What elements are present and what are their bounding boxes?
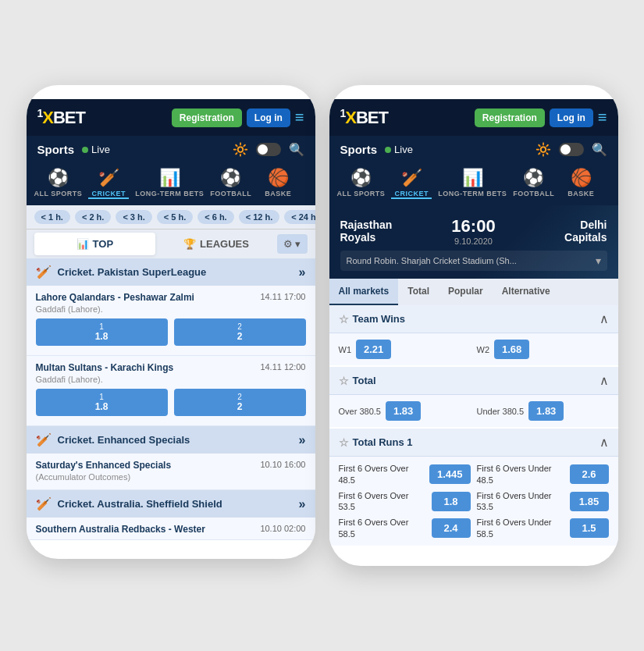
market-tab-popular[interactable]: Popular [439, 279, 493, 305]
right-sports-label[interactable]: Sports [340, 143, 378, 156]
w2-value[interactable]: 1.68 [494, 340, 529, 359]
sport-football[interactable]: ⚽ FOOTBALL [210, 168, 251, 199]
phones-container: 1XBET Registration Log in ≡ Sports Live … [27, 85, 618, 566]
hero-teams: Rajasthan Royals 16:00 9.10.2020 Delhi C… [340, 216, 607, 246]
left-nav-bar: Sports Live 🔆 🔍 [27, 136, 315, 163]
right-sport-football[interactable]: ⚽ FOOTBALL [513, 168, 554, 199]
match2-odd1[interactable]: 1 1.8 [36, 389, 168, 416]
sport-cricket[interactable]: 🏏 CRICKET [88, 168, 129, 199]
right-nav-icons: 🔆 🔍 [535, 142, 607, 157]
league2-arrow[interactable]: » [299, 433, 306, 447]
sport-longterm[interactable]: 📊 LONG-TERM BETS [135, 168, 204, 199]
over48-value[interactable]: 1.445 [429, 464, 471, 484]
match4-top: Southern Australia Redbacks - Wester 10.… [36, 524, 306, 535]
total-runs-under53: First 6 Overs Under 53.5 1.85 [477, 490, 609, 513]
sport-all-sports[interactable]: ⚽ ALL SPORTS [34, 168, 83, 199]
league-header-3: 🏏 Cricket. Australia. Sheffield Shield » [27, 490, 315, 518]
market-tab-alternative[interactable]: Alternative [493, 279, 560, 305]
right-sport-cricket[interactable]: 🏏 CRICKET [391, 168, 432, 199]
left-live-indicator: Live [82, 144, 110, 155]
match1-odd1[interactable]: 1 1.8 [36, 318, 168, 346]
team-wins-collapse[interactable]: ∧ [600, 311, 609, 326]
league3-name: Cricket. Australia. Sheffield Shield [58, 498, 293, 510]
total-runs-odds: First 6 Overs Over 48.5 1.445 First 6 Ov… [329, 457, 618, 546]
left-login-button[interactable]: Log in [247, 108, 290, 127]
right-filter-icon[interactable]: 🔆 [535, 142, 551, 157]
left-logo: 1XBET [37, 107, 85, 128]
right-sport-all[interactable]: ⚽ ALL SPORTS [337, 168, 386, 199]
total-odds: Over 380.5 1.83 Under 380.5 1.83 [329, 395, 618, 427]
time-2h[interactable]: < 2 h. [75, 210, 111, 224]
right-login-button[interactable]: Log in [550, 108, 593, 127]
under58-value[interactable]: 1.5 [570, 518, 609, 538]
league-header-2: 🏏 Cricket. Enhanced Specials » [27, 426, 315, 454]
left-toggle[interactable] [256, 143, 281, 156]
over-label: Over 380.5 [339, 407, 381, 416]
total-star[interactable]: ☆ [339, 375, 349, 387]
time-6h[interactable]: < 6 h. [197, 210, 233, 224]
league2-icon: 🏏 [36, 432, 52, 447]
match1-top: Lahore Qalandars - Peshawar Zalmi 14.11 … [36, 292, 306, 303]
total-label: Total [353, 375, 376, 386]
w1-label: W1 [339, 345, 352, 354]
time-12h[interactable]: < 12 h. [239, 210, 280, 224]
match1-time: 14.11 17:00 [260, 292, 305, 301]
total-runs-over48: First 6 Overs Over 48.5 1.445 [339, 463, 471, 486]
left-sports-row: ⚽ ALL SPORTS 🏏 CRICKET 📊 LONG-TERM BETS … [27, 163, 315, 205]
right-toggle[interactable] [559, 143, 584, 156]
under53-value[interactable]: 1.85 [570, 492, 609, 511]
over58-value[interactable]: 2.4 [432, 518, 471, 538]
settings-button[interactable]: ⚙ ▾ [277, 234, 308, 254]
match-hero: Rajasthan Royals 16:00 9.10.2020 Delhi C… [329, 205, 618, 279]
right-live-dot-icon [385, 147, 391, 153]
left-sports-label[interactable]: Sports [37, 143, 75, 156]
tab-leagues[interactable]: 🏆 LEAGUES [155, 233, 277, 255]
total-runs-over53: First 6 Overs Over 53.5 1.8 [339, 490, 471, 513]
league3-arrow[interactable]: » [299, 497, 306, 511]
total-title: ☆ Total [339, 375, 376, 387]
right-search-icon[interactable]: 🔍 [592, 142, 607, 157]
over53-value[interactable]: 1.8 [432, 492, 471, 511]
right-hamburger-icon[interactable]: ≡ [598, 108, 607, 126]
match1-odd2[interactable]: 2 2 [174, 318, 306, 346]
hero-venue-arrow[interactable]: ▾ [596, 254, 601, 267]
under-value[interactable]: 1.83 [528, 401, 564, 421]
team-wins-star[interactable]: ☆ [339, 313, 349, 326]
total-collapse[interactable]: ∧ [600, 373, 609, 388]
filter-icon[interactable]: 🔆 [233, 142, 248, 157]
left-tabs-row: 📊 TOP 🏆 LEAGUES ⚙ ▾ [27, 229, 315, 258]
search-icon[interactable]: 🔍 [289, 142, 304, 157]
right-register-button[interactable]: Registration [475, 108, 545, 127]
match2-odd2[interactable]: 2 2 [174, 389, 306, 416]
under48-value[interactable]: 2.6 [570, 464, 609, 484]
time-24h[interactable]: < 24 h. [284, 210, 315, 224]
match2-odds: 1 1.8 2 2 [36, 389, 306, 416]
total-runs-star[interactable]: ☆ [339, 436, 349, 449]
market-tab-total[interactable]: Total [398, 279, 439, 305]
right-logo: 1XBET [340, 107, 388, 128]
tab-top[interactable]: 📊 TOP [34, 233, 156, 255]
hero-venue: Round Robin. Sharjah Cricket Stadium (Sh… [340, 251, 607, 271]
right-all-label: ALL SPORTS [337, 190, 386, 197]
total-runs-under48: First 6 Overs Under 48.5 2.6 [477, 463, 609, 486]
left-hamburger-icon[interactable]: ≡ [295, 108, 304, 126]
time-1h[interactable]: < 1 h. [34, 210, 70, 224]
tab-top-label: TOP [93, 238, 114, 250]
match1-odd1-label: 1 [39, 322, 165, 331]
over-value[interactable]: 1.83 [386, 401, 421, 421]
total-runs-collapse[interactable]: ∧ [600, 435, 609, 450]
left-register-button[interactable]: Registration [172, 108, 242, 127]
time-5h[interactable]: < 5 h. [157, 210, 193, 224]
total-runs-pair-2: First 6 Overs Over 53.5 1.8 First 6 Over… [339, 490, 609, 513]
time-3h[interactable]: < 3 h. [116, 210, 151, 224]
sport-basketball[interactable]: 🏀 BASKE [258, 168, 298, 199]
league1-name: Cricket. Pakistan SuperLeague [58, 266, 293, 278]
top-icon: 📊 [76, 238, 89, 250]
league1-arrow[interactable]: » [299, 265, 306, 279]
right-sport-basketball[interactable]: 🏀 BASKE [560, 168, 601, 199]
left-time-filter: < 1 h. < 2 h. < 3 h. < 5 h. < 6 h. < 12 … [27, 205, 315, 229]
right-sport-longterm[interactable]: 📊 LONG-TERM BETS [438, 168, 507, 199]
market-tab-all[interactable]: All markets [329, 279, 399, 305]
over48-label: First 6 Overs Over 48.5 [339, 463, 420, 486]
w1-value[interactable]: 2.21 [356, 340, 391, 359]
